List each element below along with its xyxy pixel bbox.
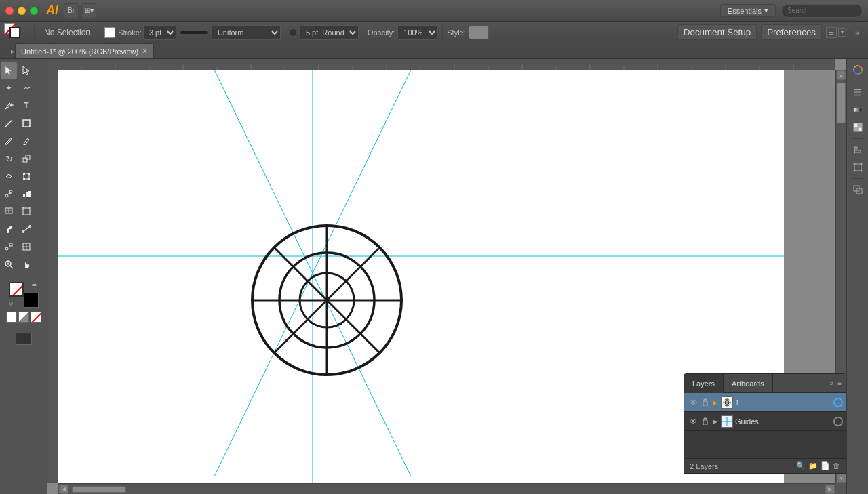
transparency-button[interactable] bbox=[850, 119, 866, 136]
shape-tool-button[interactable] bbox=[18, 115, 35, 131]
workspace-arrow[interactable]: » bbox=[850, 26, 864, 39]
zoom-tool-button[interactable] bbox=[1, 256, 17, 272]
document-setup-button[interactable]: Document Setup bbox=[677, 24, 757, 40]
expand-all-button[interactable]: » bbox=[829, 378, 835, 388]
view-options-button[interactable]: ▾ bbox=[838, 28, 846, 37]
panel-collapse-button[interactable]: ▸ bbox=[9, 43, 15, 58]
scrollbar-up-button[interactable]: ▲ bbox=[837, 70, 846, 80]
bridge-icon[interactable]: Br bbox=[64, 3, 79, 18]
close-button[interactable] bbox=[5, 7, 14, 15]
layer-1-visibility[interactable]: 👁 bbox=[687, 398, 699, 407]
main-toolbar: No Selection Stroke: 3 pt 1 pt 2 pt Unif… bbox=[0, 22, 868, 43]
new-layer-button[interactable]: 📄 bbox=[821, 461, 830, 470]
artboards-tab[interactable]: Artboards bbox=[724, 374, 773, 393]
selection-tool-button[interactable] bbox=[1, 62, 17, 79]
style-preview[interactable] bbox=[469, 26, 489, 39]
transform-button[interactable] bbox=[850, 159, 866, 176]
preferences-button[interactable]: Preferences bbox=[761, 24, 822, 40]
align-button[interactable] bbox=[850, 142, 866, 158]
guides-layer-name: Guides bbox=[735, 417, 833, 426]
guides-thumbnail bbox=[721, 415, 733, 428]
symbol-tool-button[interactable] bbox=[1, 186, 17, 202]
svg-rect-27 bbox=[7, 230, 9, 233]
window-controls bbox=[5, 7, 38, 15]
blend-tool-button[interactable] bbox=[1, 239, 17, 255]
swap-colors-button[interactable]: ⇄ bbox=[32, 282, 39, 289]
layer-row-1[interactable]: 👁 ▶ 1 bbox=[684, 393, 846, 412]
view-mode-button[interactable]: ☰ bbox=[826, 27, 837, 38]
measure-tool-button[interactable] bbox=[18, 221, 35, 237]
mesh-tool-button[interactable] bbox=[18, 239, 35, 255]
pathfinder-button[interactable] bbox=[850, 182, 866, 198]
color-mode-gradient[interactable] bbox=[18, 312, 29, 323]
fill-color-box[interactable] bbox=[9, 282, 24, 297]
type-tool-button[interactable]: T bbox=[18, 98, 35, 114]
stroke-panel-button[interactable] bbox=[850, 84, 866, 100]
artboard-tool-button[interactable] bbox=[18, 203, 35, 220]
paintbrush-tool-button[interactable] bbox=[1, 133, 17, 149]
layer-1-expand[interactable]: ▶ bbox=[713, 399, 717, 406]
horizontal-scroll-thumb[interactable] bbox=[72, 486, 126, 493]
maximize-button[interactable] bbox=[30, 7, 38, 15]
screen-mode-button[interactable] bbox=[16, 333, 32, 345]
svg-rect-86 bbox=[854, 147, 857, 149]
gradient-panel-button[interactable] bbox=[850, 102, 866, 118]
artboard bbox=[58, 70, 784, 494]
slice-tool-button[interactable] bbox=[1, 203, 17, 220]
scale-tool-button[interactable] bbox=[18, 150, 35, 167]
panel-menu-button[interactable]: ≡ bbox=[836, 378, 843, 388]
tool-row-8 bbox=[0, 185, 47, 203]
guides-expand[interactable]: ▶ bbox=[713, 418, 717, 425]
reset-colors-button[interactable]: ↺ bbox=[9, 301, 16, 308]
fill-stroke-swatch: ↺ ⇄ bbox=[9, 282, 39, 308]
eyedropper-tool-button[interactable] bbox=[1, 221, 17, 237]
color-button[interactable] bbox=[850, 62, 866, 78]
hand-tool-button[interactable] bbox=[18, 256, 35, 272]
ruler-horizontal bbox=[47, 59, 835, 70]
delete-layer-button[interactable]: 🗑 bbox=[833, 461, 840, 470]
opacity-select[interactable]: 100% 75% 50% bbox=[397, 25, 438, 40]
color-mode-color[interactable] bbox=[6, 312, 17, 323]
scrollbar-down-button[interactable]: ▼ bbox=[837, 474, 846, 483]
layer-1-target[interactable] bbox=[833, 398, 843, 407]
line-tool-button[interactable] bbox=[1, 115, 17, 131]
new-layer-group-button[interactable]: 📁 bbox=[808, 461, 818, 470]
layer-1-lock[interactable] bbox=[699, 398, 711, 407]
magic-wand-tool-button[interactable]: ✦ bbox=[1, 80, 17, 96]
guides-visibility[interactable]: 👁 bbox=[687, 417, 699, 426]
stroke-type-select[interactable]: Uniform Width Profile 1 bbox=[212, 25, 281, 40]
vertical-scroll-thumb[interactable] bbox=[837, 83, 846, 123]
minimize-button[interactable] bbox=[18, 7, 26, 15]
horizontal-scrollbar[interactable]: ◀ ▶ bbox=[58, 483, 835, 494]
scrollbar-left-button[interactable]: ◀ bbox=[59, 485, 68, 494]
tab-close-button[interactable]: ✕ bbox=[142, 47, 148, 55]
pencil-tool-button[interactable] bbox=[18, 133, 35, 149]
lasso-tool-button[interactable]: ⌇ bbox=[18, 80, 35, 96]
layer-row-guides[interactable]: 👁 ▶ Guides bbox=[684, 412, 846, 431]
brush-select[interactable]: 5 pt. Round 3 pt. Round bbox=[300, 25, 359, 40]
stroke-width-select[interactable]: 3 pt 1 pt 2 pt bbox=[143, 25, 176, 40]
search-layers-button[interactable]: 🔍 bbox=[796, 461, 806, 470]
stroke-color-box[interactable] bbox=[24, 293, 39, 308]
layers-tab[interactable]: Layers bbox=[684, 374, 724, 393]
scrollbar-right-button[interactable]: ▶ bbox=[825, 485, 835, 494]
free-transform-tool-button[interactable] bbox=[18, 168, 35, 184]
essentials-button[interactable]: Essentials ▾ bbox=[720, 4, 776, 17]
svg-rect-89 bbox=[854, 164, 861, 171]
stroke-box[interactable] bbox=[9, 27, 20, 38]
pen-tool-button[interactable] bbox=[1, 98, 17, 114]
arrange-icon[interactable]: ⊞▾ bbox=[81, 3, 96, 18]
rotate-tool-button[interactable]: ↻ bbox=[1, 150, 17, 167]
warp-tool-button[interactable] bbox=[1, 168, 17, 184]
search-input[interactable] bbox=[781, 4, 863, 18]
document-tab[interactable]: Untitled-1* @ 200% (RGB/Preview) ✕ bbox=[15, 43, 154, 58]
stroke-color-swatch[interactable] bbox=[104, 27, 115, 38]
stroke-text-label: Stroke: bbox=[118, 28, 142, 37]
no-selection-label: No Selection bbox=[39, 28, 96, 37]
guides-target[interactable] bbox=[833, 417, 843, 426]
color-mode-none[interactable] bbox=[31, 312, 41, 323]
column-graph-tool-button[interactable] bbox=[18, 186, 35, 202]
guides-lock[interactable] bbox=[699, 417, 711, 426]
direct-selection-tool-button[interactable] bbox=[18, 62, 35, 79]
guides-layer bbox=[58, 70, 784, 494]
